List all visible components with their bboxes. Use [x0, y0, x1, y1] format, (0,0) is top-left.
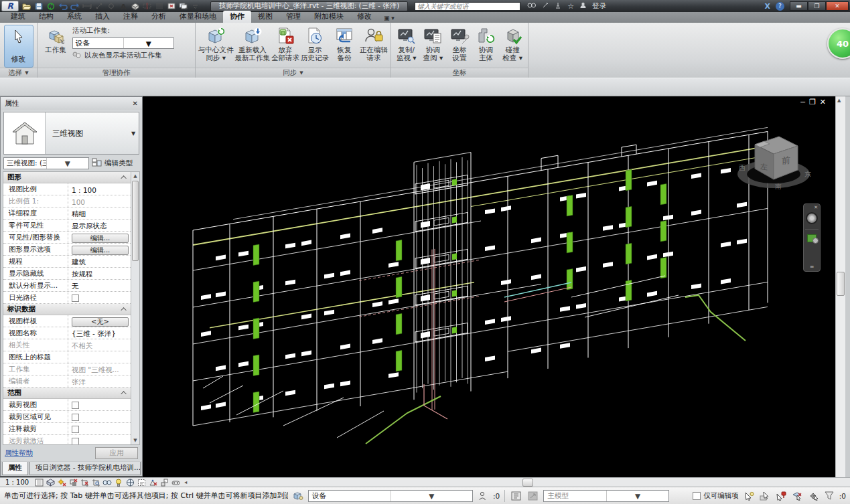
- drawing-area[interactable]: ─❐✕ 西 南 东 左 前 ✕ ≡: [143, 96, 835, 477]
- compass-south-label[interactable]: 南: [775, 183, 782, 190]
- coordination-review-button[interactable]: 协调查阅 ▾: [421, 25, 446, 68]
- property-checkbox[interactable]: [72, 414, 79, 421]
- property-value[interactable]: [68, 351, 131, 363]
- open-icon[interactable]: [21, 1, 32, 11]
- tab-插入[interactable]: 插入: [88, 11, 117, 23]
- equipment-panel[interactable]: [253, 281, 259, 303]
- close-button[interactable]: ✕: [826, 1, 849, 11]
- close-hidden-windows-icon[interactable]: [165, 1, 177, 11]
- equipment-panel[interactable]: [626, 206, 632, 228]
- modify-button[interactable]: 修改: [4, 25, 33, 68]
- design-options-icon[interactable]: [510, 490, 523, 502]
- property-value[interactable]: 按规程: [68, 268, 131, 279]
- chevron-down-icon[interactable]: ▼: [123, 38, 174, 48]
- hide-analytical-icon[interactable]: [148, 479, 157, 487]
- scroll-up-icon[interactable]: ▲: [837, 98, 841, 103]
- equipment-panel[interactable]: [396, 313, 402, 335]
- property-group-标识数据[interactable]: 标识数据: [3, 304, 131, 315]
- filter-count[interactable]: :0: [839, 492, 846, 500]
- drag-on-selection-icon[interactable]: [806, 490, 820, 502]
- property-value[interactable]: [68, 411, 131, 422]
- property-value[interactable]: 建筑: [68, 256, 131, 267]
- vertical-scrollbar[interactable]: ▲: [835, 96, 845, 477]
- worksets-button[interactable]: 工作集: [40, 25, 71, 68]
- copy-monitor-button[interactable]: 复制/监视 ▾: [394, 25, 419, 68]
- property-checkbox[interactable]: [72, 295, 79, 302]
- property-value[interactable]: {三维 - 张洋}: [68, 327, 131, 339]
- equipment-panel[interactable]: [626, 280, 632, 301]
- measure-icon[interactable]: [81, 1, 92, 11]
- synchronize-panel-label[interactable]: 同步▼: [196, 68, 391, 78]
- temporary-hide-isolate-icon[interactable]: [102, 479, 112, 487]
- coordination-host-button[interactable]: 协调主体: [474, 25, 499, 68]
- save-icon[interactable]: [33, 1, 44, 11]
- editing-requests-count[interactable]: :0: [493, 492, 500, 500]
- sync-with-central-icon[interactable]: [45, 1, 56, 11]
- active-workset-statusbar-dropdown[interactable]: 设备 ▼: [308, 490, 473, 502]
- property-value[interactable]: 编辑...: [68, 244, 131, 255]
- coordinates-settings-button[interactable]: 坐标设置: [447, 25, 472, 68]
- communication-icon[interactable]: [555, 2, 561, 11]
- reveal-hidden-icon[interactable]: [114, 479, 123, 487]
- select-panel-label[interactable]: 选择▼: [0, 68, 37, 78]
- temporary-view-properties-icon[interactable]: [137, 479, 146, 487]
- compass-east-label[interactable]: 东: [804, 171, 811, 178]
- restore-backup-button[interactable]: 恢复备份: [330, 25, 358, 68]
- constraints-icon[interactable]: [171, 479, 180, 487]
- select-links-icon[interactable]: [742, 490, 756, 502]
- collapse-chevron-icon[interactable]: [121, 175, 126, 181]
- tab-修改[interactable]: 修改: [350, 11, 378, 23]
- tab-系统[interactable]: 系统: [60, 11, 88, 23]
- equipment-panel[interactable]: [626, 169, 632, 191]
- property-edit-button[interactable]: 编辑...: [72, 246, 129, 255]
- tab-体量和场地[interactable]: 体量和场地: [173, 11, 223, 23]
- property-checkbox[interactable]: [72, 438, 79, 445]
- aligned-dimension-icon[interactable]: [93, 1, 104, 11]
- collapse-chevron-icon[interactable]: [121, 307, 126, 313]
- vcb-collapse-icon[interactable]: ◂: [184, 479, 187, 485]
- property-value[interactable]: 1 : 100: [68, 183, 131, 195]
- thin-lines-icon[interactable]: [153, 1, 165, 11]
- favorites-star-icon[interactable]: ☆: [567, 2, 574, 11]
- edit-type-button[interactable]: 编辑类型: [104, 159, 133, 168]
- select-pinned-icon[interactable]: [774, 490, 788, 502]
- equipment-panel[interactable]: [660, 257, 666, 278]
- sync-with-central-button[interactable]: 与中心文件同步 ▾: [198, 25, 234, 68]
- tab-协作[interactable]: 协作: [223, 11, 251, 23]
- equipment-panel[interactable]: [567, 268, 573, 290]
- zoom-icon[interactable]: [807, 234, 817, 242]
- scroll-up-icon[interactable]: ▲: [131, 172, 139, 180]
- building-wireframe[interactable]: [193, 101, 768, 451]
- crop-region-icon[interactable]: [80, 479, 89, 487]
- equipment-panel[interactable]: [253, 244, 259, 266]
- property-value[interactable]: 显示原状态: [68, 220, 131, 231]
- editable-only-checkbox[interactable]: 仅可编辑项: [693, 491, 739, 501]
- equipment-panel[interactable]: [660, 220, 666, 242]
- type-selector[interactable]: 三维视图 ▼: [3, 112, 139, 155]
- chevron-down-icon[interactable]: ▼: [128, 112, 139, 154]
- switch-windows-icon[interactable]: [178, 1, 189, 11]
- viewcube-left-label[interactable]: 左: [760, 162, 768, 171]
- tab-附加模块[interactable]: 附加模块: [307, 11, 350, 23]
- worksharing-display-icon[interactable]: [125, 479, 135, 487]
- instance-selector-dropdown[interactable]: 三维视图: (三维 - 张 ▼: [3, 157, 89, 169]
- property-value[interactable]: [68, 399, 131, 410]
- default-3d-view-icon[interactable]: [129, 1, 141, 11]
- shadows-icon[interactable]: [68, 479, 78, 487]
- text-icon[interactable]: A: [117, 1, 129, 11]
- property-value[interactable]: [68, 292, 131, 303]
- property-checkbox[interactable]: [72, 402, 79, 409]
- tab-视图[interactable]: 视图: [251, 11, 279, 23]
- properties-scrollbar[interactable]: ▲ ▼: [131, 172, 139, 444]
- displacement-sets-icon[interactable]: [159, 479, 169, 487]
- chevron-down-icon[interactable]: ▼: [606, 491, 669, 501]
- property-value[interactable]: <无>: [68, 315, 131, 327]
- equipment-panel[interactable]: [660, 183, 666, 205]
- tag-icon[interactable]: [105, 1, 117, 11]
- equipment-panel[interactable]: [253, 318, 259, 339]
- ribbon-display-toggle-icon[interactable]: ▣ ▾: [384, 15, 395, 23]
- view-close-icon[interactable]: ✕: [820, 98, 830, 106]
- property-value[interactable]: 张洋: [68, 375, 131, 387]
- close-icon[interactable]: ✕: [133, 100, 138, 107]
- view-cube[interactable]: 西 南 东 左 前: [735, 130, 815, 202]
